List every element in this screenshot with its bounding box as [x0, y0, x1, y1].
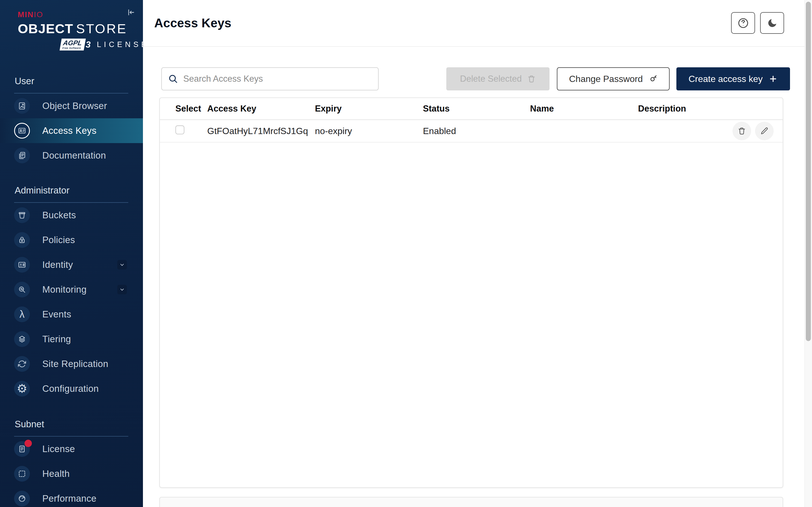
sidebar-collapse-icon[interactable]	[126, 8, 136, 17]
sidebar-item-documentation[interactable]: Documentation	[0, 143, 143, 168]
agpl-version: 3	[86, 40, 91, 50]
chevron-down-icon[interactable]	[117, 285, 127, 294]
sidebar-item-label: Performance	[42, 493, 96, 504]
delete-selected-label: Delete Selected	[460, 74, 522, 84]
gear-icon: ⚙	[14, 381, 30, 397]
section-label: User	[0, 75, 143, 87]
license-label: LICENSE	[97, 40, 149, 49]
sidebar-item-buckets[interactable]: Buckets	[0, 203, 143, 228]
row-checkbox[interactable]	[175, 125, 185, 134]
page-title: Access Keys	[154, 16, 232, 30]
documentation-icon	[14, 148, 30, 163]
trash-icon	[527, 75, 536, 83]
chevron-down-icon[interactable]	[117, 260, 127, 270]
access-keys-table: Select Access Key Expiry Status Name Des…	[159, 98, 783, 488]
section-label: Subnet	[0, 418, 143, 430]
trash-icon	[738, 127, 746, 135]
sidebar-item-performance[interactable]: Performance	[0, 486, 143, 507]
change-password-button[interactable]: Change Password	[557, 67, 670, 91]
sidebar-item-label: Health	[42, 468, 70, 479]
row-actions	[732, 122, 774, 140]
speedometer-icon	[14, 491, 30, 506]
scrollbar-thumb[interactable]	[806, 2, 811, 341]
toolbar: Delete Selected Change Password Create a…	[143, 67, 804, 91]
agpl-badge-text: AGPL	[63, 39, 83, 47]
product-title-bold: OBJECT	[18, 21, 73, 36]
column-header-status: Status	[423, 104, 530, 114]
license-document-icon	[14, 441, 30, 457]
create-access-key-label: Create access key	[689, 74, 763, 84]
plus-icon	[768, 74, 778, 83]
pencil-icon	[760, 127, 769, 135]
header-buttons	[731, 12, 784, 34]
sidebar-item-identity[interactable]: Identity	[0, 252, 143, 277]
sidebar-section-administrator: Administrator Buckets Policies Identity	[0, 185, 143, 401]
create-access-key-button[interactable]: Create access key	[676, 67, 790, 91]
object-browser-icon	[14, 98, 30, 114]
sidebar-section-user: User Object Browser Access Keys Document…	[0, 75, 143, 168]
sidebar-item-events[interactable]: λ Events	[0, 302, 143, 327]
search-input[interactable]	[183, 74, 372, 84]
sidebar-item-tiering[interactable]: Tiering	[0, 327, 143, 351]
minio-logo: MINIO	[18, 10, 143, 19]
sidebar-item-label: Monitoring	[42, 284, 87, 295]
dark-mode-button[interactable]	[760, 12, 784, 34]
table-row[interactable]: GtFOatHyL71MrcfSJ1Gq no-expiry Enabled	[160, 120, 783, 143]
sidebar-item-label: Events	[42, 309, 71, 320]
help-icon	[737, 17, 749, 29]
sidebar-item-label: Buckets	[42, 210, 76, 221]
brand-suffix: IO	[34, 10, 43, 19]
page-header: Access Keys	[143, 0, 804, 47]
cell-access-key: GtFOatHyL71MrcfSJ1Gq	[207, 126, 315, 136]
secondary-panel	[159, 497, 783, 507]
delete-row-button[interactable]	[732, 122, 751, 140]
identity-icon	[14, 257, 30, 273]
lambda-glyph: λ	[19, 309, 24, 320]
layers-icon	[14, 331, 30, 347]
sidebar-item-license[interactable]: License	[0, 437, 143, 461]
policies-icon	[14, 232, 30, 248]
sidebar-item-health[interactable]: Health	[0, 461, 143, 486]
buckets-icon	[14, 207, 30, 223]
search-icon	[168, 74, 178, 84]
sidebar-item-label: License	[42, 444, 75, 454]
column-header-description: Description	[638, 104, 783, 114]
scrollbar-track	[804, 0, 812, 507]
sidebar-item-label: Identity	[42, 260, 73, 270]
column-header-name: Name	[530, 104, 638, 114]
access-keys-icon	[14, 123, 30, 138]
sidebar-item-access-keys[interactable]: Access Keys	[0, 118, 143, 143]
sidebar-item-label: Object Browser	[42, 101, 107, 111]
agpl-badge: AGPL Free Software	[59, 39, 86, 50]
product-title-light: STORE	[76, 21, 127, 36]
cell-expiry: no-expiry	[315, 126, 423, 136]
health-diagnostic-icon	[14, 466, 30, 482]
lambda-icon: λ	[14, 306, 30, 322]
delete-selected-button[interactable]: Delete Selected	[446, 67, 550, 91]
notification-dot	[24, 440, 32, 447]
moon-icon	[767, 17, 778, 29]
sidebar-item-label: Configuration	[42, 383, 99, 394]
sidebar: MINIO OBJECTSTORE AGPL Free Software 3 L…	[0, 0, 143, 507]
replication-arrows-icon	[14, 356, 30, 372]
sidebar-item-monitoring[interactable]: Monitoring	[0, 277, 143, 302]
sidebar-item-label: Documentation	[42, 150, 106, 161]
column-header-select: Select	[175, 104, 207, 114]
sidebar-item-label: Access Keys	[42, 125, 96, 136]
sidebar-item-label: Tiering	[42, 334, 71, 344]
column-header-access-key: Access Key	[207, 104, 315, 114]
sidebar-item-policies[interactable]: Policies	[0, 228, 143, 252]
sidebar-item-label: Site Replication	[42, 358, 108, 369]
sidebar-item-object-browser[interactable]: Object Browser	[0, 94, 143, 118]
edit-row-button[interactable]	[755, 122, 774, 140]
cell-status: Enabled	[423, 126, 530, 136]
key-icon	[649, 74, 658, 83]
monitoring-icon	[14, 282, 30, 297]
help-button[interactable]	[731, 12, 755, 34]
search-box	[161, 67, 378, 91]
sidebar-item-label: Policies	[42, 235, 75, 245]
sidebar-item-site-replication[interactable]: Site Replication	[0, 351, 143, 376]
logo: MINIO OBJECTSTORE AGPL Free Software 3 L…	[0, 0, 143, 45]
sidebar-item-configuration[interactable]: ⚙ Configuration	[0, 376, 143, 401]
section-label: Administrator	[0, 185, 143, 196]
